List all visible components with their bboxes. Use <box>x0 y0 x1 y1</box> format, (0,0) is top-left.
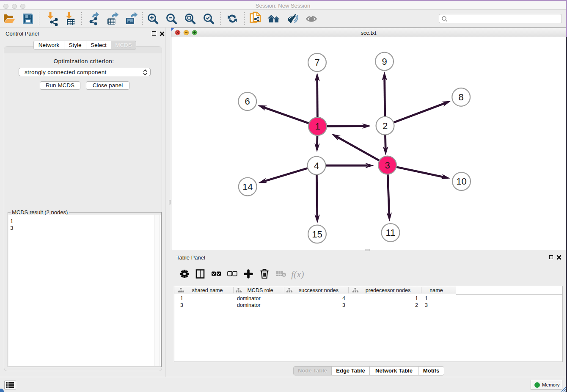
svg-text:name: name <box>429 287 443 293</box>
svg-text:dominator: dominator <box>237 302 261 308</box>
svg-text:3: 3 <box>425 302 428 308</box>
svg-text:3: 3 <box>385 160 390 171</box>
svg-text:f(x): f(x) <box>291 269 304 279</box>
svg-text:3: 3 <box>342 302 345 308</box>
svg-text:4: 4 <box>342 295 345 301</box>
svg-text:4: 4 <box>314 160 319 171</box>
svg-text:14: 14 <box>242 182 253 192</box>
svg-text:15: 15 <box>312 229 322 240</box>
svg-text:11: 11 <box>386 227 396 238</box>
svg-text:predecessor nodes: predecessor nodes <box>366 287 410 293</box>
svg-text:1: 1 <box>315 121 320 132</box>
svg-text:8: 8 <box>459 92 464 102</box>
svg-text:2: 2 <box>415 302 418 308</box>
svg-text:shared name: shared name <box>192 287 223 293</box>
svg-text:dominator: dominator <box>237 295 261 301</box>
svg-text:7: 7 <box>314 57 319 68</box>
svg-text:6: 6 <box>245 96 250 107</box>
svg-text:1: 1 <box>425 295 428 301</box>
svg-text:successor nodes: successor nodes <box>299 287 339 293</box>
svg-text:10: 10 <box>456 176 466 187</box>
svg-text:1: 1 <box>415 295 418 301</box>
svg-text:MCDS role: MCDS role <box>247 287 273 293</box>
svg-text:1: 1 <box>180 295 183 301</box>
svg-text:3: 3 <box>180 302 183 308</box>
svg-text:2: 2 <box>383 121 388 131</box>
svg-text:9: 9 <box>382 56 387 67</box>
